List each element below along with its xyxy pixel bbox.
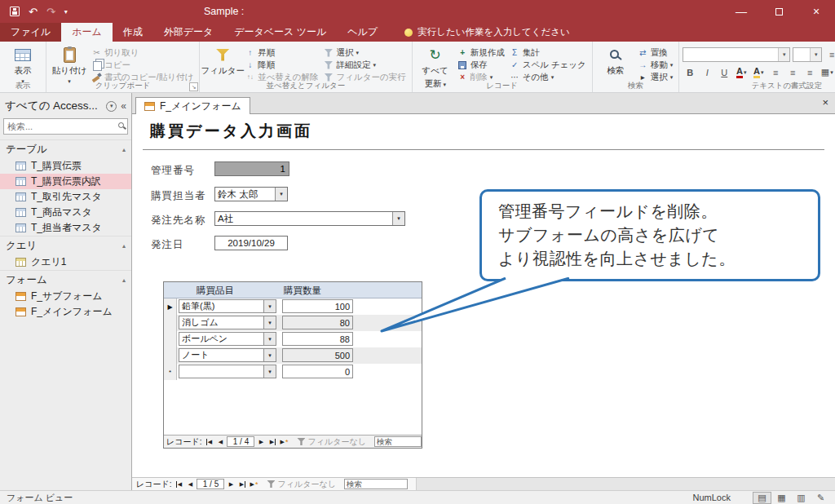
filter-state-button[interactable]: フィルターなし — [267, 479, 335, 490]
font-color-button[interactable]: A▾ — [734, 65, 749, 79]
replace-button[interactable]: ⇄ 置換 — [635, 46, 676, 59]
design-view-button[interactable]: ✎ — [811, 492, 830, 504]
bullets-button[interactable]: ≡ — [824, 48, 835, 62]
new-blank-record-button[interactable]: ▶* — [279, 436, 289, 447]
align-left-button[interactable]: ≡ — [768, 65, 783, 79]
section-tables[interactable]: テーブル ▴ — [0, 139, 131, 158]
record-selector[interactable] — [164, 315, 177, 331]
item-combo[interactable]: 鉛筆(黒)▾ — [179, 299, 276, 313]
item-combo[interactable]: 消しゴム▾ — [179, 316, 276, 329]
filter-state-button[interactable]: フィルターなし — [297, 436, 365, 448]
qty-input[interactable]: 88 — [282, 332, 353, 346]
chevron-down-icon[interactable]: ▾ — [275, 188, 287, 201]
qty-input[interactable]: 80 — [282, 316, 353, 329]
order-date-field[interactable]: 2019/10/29 — [214, 236, 288, 250]
sidebar-item-t-torihikisaki-master[interactable]: T_取引先マスタ — [0, 189, 131, 205]
chevron-down-icon[interactable]: ▾ — [263, 316, 276, 329]
item-combo[interactable]: ノート▾ — [179, 348, 276, 362]
italic-button[interactable]: I — [700, 65, 714, 79]
clipboard-dialog-launcher[interactable]: ↘ — [189, 82, 198, 91]
previous-record-button[interactable]: ◀ — [185, 479, 195, 489]
horizontal-scrollbar[interactable] — [416, 478, 835, 490]
new-blank-record-button[interactable]: ▶* — [249, 479, 258, 489]
first-record-button[interactable]: ◀ — [204, 436, 214, 447]
pane-menu-button[interactable]: ▾ — [106, 101, 117, 112]
sort-ascending-button[interactable]: ↑ 昇順 — [242, 46, 320, 59]
staff-combo[interactable]: 鈴木 太郎 ▾ — [214, 187, 288, 201]
align-right-button[interactable]: ≡ — [802, 65, 817, 79]
sidebar-item-query1[interactable]: クエリ1 — [0, 254, 131, 270]
close-button[interactable]: × — [797, 0, 835, 23]
sidebar-item-t-shouhin-master[interactable]: T_商品マスタ — [0, 205, 131, 220]
main-search-input[interactable] — [344, 479, 408, 489]
last-record-button[interactable]: ▶ — [267, 436, 277, 447]
previous-record-button[interactable]: ◀ — [215, 436, 225, 447]
minimize-button[interactable]: — — [722, 0, 760, 23]
form-view-button[interactable]: ▤ — [753, 492, 771, 504]
qty-input[interactable]: 0 — [282, 365, 353, 378]
tab-home[interactable]: ホーム — [61, 23, 113, 42]
views-button[interactable]: 表示 ▾ — [3, 43, 42, 84]
cut-button[interactable]: ✂ 切り取り — [89, 46, 196, 59]
align-center-button[interactable]: ≡ — [785, 65, 800, 79]
highlight-color-button[interactable]: A▾ — [751, 65, 766, 79]
record-selector[interactable]: ▶ — [164, 298, 177, 315]
qty-input[interactable]: 500 — [282, 348, 353, 362]
qty-input[interactable]: 100 — [282, 299, 353, 313]
font-size-select[interactable]: ▾ — [793, 47, 822, 62]
sidebar-item-t-tantousha-master[interactable]: T_担当者マスタ — [0, 220, 131, 236]
qat-customize-button[interactable]: ▾ — [64, 8, 68, 15]
section-forms[interactable]: フォーム ▴ — [0, 270, 131, 289]
advanced-filter-button[interactable]: 詳細設定 ▾ — [320, 59, 408, 71]
datasheet-view-button[interactable]: ▦ — [772, 492, 791, 504]
sidebar-item-t-koubai-denpyo-uchiwake[interactable]: T_購買伝票内訳 — [0, 174, 131, 189]
new-record-button[interactable]: + 新規作成 — [455, 46, 507, 59]
redo-button[interactable]: ↷ — [46, 6, 55, 18]
copy-button[interactable]: コピー — [89, 59, 196, 71]
pane-shutter-button[interactable]: « — [121, 100, 126, 112]
client-combo[interactable]: A社 ▾ — [214, 211, 405, 226]
chevron-down-icon[interactable]: ▾ — [392, 212, 404, 225]
navigation-search-input[interactable] — [3, 118, 128, 135]
tab-external-data[interactable]: 外部データ — [153, 23, 224, 42]
save-icon[interactable] — [10, 7, 20, 16]
item-combo[interactable]: ボールペン▾ — [179, 332, 276, 346]
sidebar-item-f-mainform[interactable]: F_メインフォーム — [0, 304, 131, 320]
section-queries[interactable]: クエリ ▴ — [0, 236, 131, 254]
document-tab-mainform[interactable]: F_メインフォーム — [135, 97, 250, 114]
sidebar-item-f-subform[interactable]: F_サブフォーム — [0, 289, 131, 304]
next-record-button[interactable]: ▶ — [226, 479, 236, 489]
find-button[interactable]: 検索 — [596, 43, 635, 77]
font-family-select[interactable]: ▾ — [683, 47, 790, 62]
paste-button[interactable]: 貼り付け ▾ — [50, 43, 89, 84]
save-record-button[interactable]: 保存 — [455, 59, 507, 71]
first-record-button[interactable]: ◀ — [174, 479, 183, 489]
subform-search-input[interactable] — [374, 436, 422, 447]
goto-button[interactable]: → 移動 ▾ — [635, 59, 676, 71]
chevron-down-icon[interactable]: ▾ — [263, 300, 276, 312]
last-record-button[interactable]: ▶ — [237, 479, 247, 489]
spelling-button[interactable]: ✓ スペル チェック — [507, 59, 589, 71]
next-record-button[interactable]: ▶ — [256, 436, 266, 447]
maximize-button[interactable] — [760, 0, 797, 23]
tab-create[interactable]: 作成 — [113, 23, 153, 42]
layout-view-button[interactable]: ▥ — [792, 492, 811, 504]
chevron-down-icon[interactable]: ▾ — [263, 333, 276, 345]
tell-me-box[interactable]: 実行したい作業を入力してください — [404, 23, 570, 42]
sort-descending-button[interactable]: ↓ 降順 — [242, 59, 320, 71]
underline-button[interactable]: U — [717, 65, 731, 79]
new-record-selector[interactable]: * — [164, 364, 177, 380]
undo-button[interactable]: ↶ — [29, 6, 38, 18]
chevron-down-icon[interactable]: ▾ — [263, 365, 276, 378]
chevron-down-icon[interactable]: ▾ — [263, 349, 276, 361]
item-combo[interactable]: ▾ — [179, 365, 276, 378]
filter-button[interactable]: フィルター — [203, 43, 242, 77]
sidebar-item-t-koubai-denpyo[interactable]: T_購買伝票 — [0, 158, 131, 174]
tab-file[interactable]: ファイル — [0, 23, 61, 42]
record-selector[interactable] — [164, 331, 177, 347]
selection-filter-button[interactable]: 選択 ▾ — [320, 46, 408, 59]
tab-database-tools[interactable]: データベース ツール — [223, 23, 337, 42]
totals-button[interactable]: Σ 集計 — [507, 46, 589, 59]
tab-help[interactable]: ヘルプ — [337, 23, 388, 42]
bold-button[interactable]: B — [683, 65, 697, 79]
